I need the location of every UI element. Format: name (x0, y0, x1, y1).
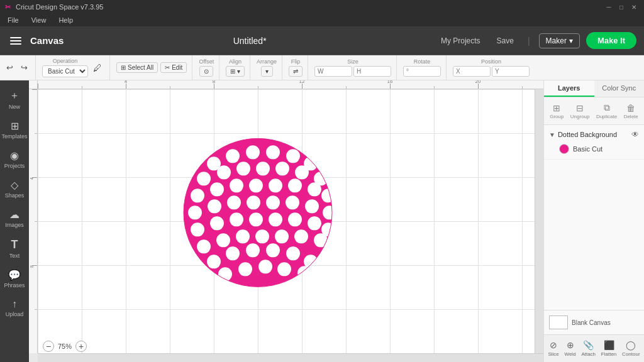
slice-label: Slice (548, 351, 558, 357)
save-button[interactable]: Save (492, 34, 519, 48)
weld-button[interactable]: ⊕ Weld (564, 339, 577, 358)
svg-point-35 (269, 212, 282, 226)
offset-button[interactable]: ⊙ (199, 66, 213, 77)
sidebar-item-upload[interactable]: ↑ Upload (1, 295, 28, 321)
phrases-icon: 💬 (8, 269, 21, 281)
sidebar-item-images[interactable]: ☁ Images (1, 205, 28, 232)
scrollbar-vertical[interactable] (535, 89, 543, 353)
menu-help[interactable]: Help (56, 15, 75, 25)
line-color-button[interactable]: 🖊 (91, 62, 104, 74)
menu-view[interactable]: View (29, 15, 49, 25)
layer-visibility-toggle[interactable]: 👁 (631, 130, 639, 139)
flip-button[interactable]: ⇌ (289, 66, 303, 77)
svg-point-41 (236, 229, 250, 243)
make-it-button[interactable]: Make It (586, 32, 636, 49)
height-input[interactable] (353, 66, 391, 77)
layer-child[interactable]: Basic Cut (554, 141, 639, 156)
separator: | (528, 36, 530, 46)
contour-button[interactable]: ◯ Contour (621, 339, 641, 358)
scrollbar-horizontal[interactable] (38, 353, 543, 362)
weld-label: Weld (565, 351, 576, 357)
slice-icon: ⊘ (550, 340, 557, 350)
window-controls[interactable]: ─ □ ✕ (604, 2, 639, 12)
header-right: My Projects Save | Maker ▾ Make It (436, 32, 636, 49)
undo-button[interactable]: ↩ (4, 62, 16, 74)
tab-color-sync[interactable]: Color Sync (594, 80, 645, 97)
svg-point-48 (246, 243, 260, 257)
tab-layers[interactable]: Layers (544, 80, 594, 97)
layer-color-swatch[interactable] (559, 144, 569, 154)
toolbar-flip-group: Flip ⇌ (289, 55, 308, 80)
svg-point-46 (207, 255, 221, 268)
svg-point-31 (191, 222, 204, 236)
svg-point-26 (247, 195, 260, 209)
edit-button[interactable]: ✂ Edit (160, 62, 187, 73)
design-canvas-element[interactable] (182, 137, 333, 290)
sidebar-item-projects[interactable]: ◉ Projects (1, 146, 28, 173)
menu-file[interactable]: File (5, 15, 21, 25)
delete-button[interactable]: 🗑 Delete (621, 102, 641, 121)
sidebar-item-text[interactable]: T Text (1, 234, 28, 263)
zoom-level: 75% (58, 343, 72, 350)
upload-icon: ↑ (12, 299, 17, 310)
canvas-grid[interactable] (38, 89, 543, 353)
svg-point-39 (197, 239, 211, 253)
sidebar-item-phrases[interactable]: 💬 Phrases (1, 265, 28, 292)
flip-label: Flip (291, 58, 301, 65)
svg-point-13 (295, 165, 309, 179)
svg-point-50 (286, 246, 300, 260)
attach-button[interactable]: 📎 Attach (580, 339, 597, 358)
svg-point-29 (305, 199, 319, 213)
sidebar-item-templates[interactable]: ⊞ Templates (1, 116, 28, 143)
contour-label: Contour (622, 351, 640, 357)
group-icon: ⊞ (553, 103, 560, 113)
rotate-label: Rotate (414, 58, 431, 65)
svg-point-33 (230, 212, 243, 226)
svg-point-55 (277, 262, 291, 276)
maker-dropdown[interactable]: Maker ▾ (539, 33, 580, 48)
layer-header[interactable]: ▼ Dotted Background 👁 (549, 128, 639, 141)
ungroup-button[interactable]: ⊟ Ungroup (568, 102, 592, 121)
flatten-button[interactable]: ⬛ Flatten (600, 339, 618, 358)
svg-point-5 (266, 145, 280, 159)
svg-point-42 (255, 229, 269, 243)
minimize-button[interactable]: ─ (604, 2, 614, 12)
close-button[interactable]: ✕ (629, 2, 639, 12)
restore-button[interactable]: □ (616, 2, 626, 12)
redo-button[interactable]: ↪ (18, 62, 30, 74)
duplicate-button[interactable]: ⧉ Duplicate (594, 101, 619, 121)
width-input[interactable] (314, 66, 352, 77)
align-label: Align (229, 58, 242, 65)
panel-actions: ⊞ Group ⊟ Ungroup ⧉ Duplicate 🗑 Delete (544, 97, 644, 125)
y-input[interactable] (492, 66, 530, 77)
header-center: Untitled* (233, 36, 267, 46)
x-input[interactable] (453, 66, 491, 77)
arrange-button[interactable]: ▾ (261, 66, 273, 77)
svg-point-8 (197, 172, 211, 185)
zoom-in-button[interactable]: + (75, 341, 87, 352)
ruler-horizontal: 48121620242832364044 (38, 80, 543, 89)
select-all-button[interactable]: ⊞ Select All (116, 62, 158, 73)
operation-select[interactable]: Basic Cut (42, 65, 88, 77)
svg-point-19 (269, 178, 282, 192)
undo-icon: ↩ (6, 63, 13, 72)
canvas-area[interactable]: 48121620242832364044 4812162024 (29, 80, 543, 362)
delete-icon: 🗑 (626, 103, 635, 113)
svg-point-36 (288, 212, 302, 226)
group-button[interactable]: ⊞ Group (547, 102, 566, 121)
app-logo: ✂ (5, 3, 11, 11)
svg-point-9 (217, 165, 231, 179)
sidebar-item-new[interactable]: ＋ New (1, 85, 28, 114)
align-button[interactable]: ⊞ ▾ (226, 66, 245, 77)
sidebar-item-shapes[interactable]: ◇ Shapes (1, 175, 28, 202)
my-projects-link[interactable]: My Projects (436, 34, 486, 48)
app-title: Cricut Design Space v7.3.95 (16, 3, 103, 11)
svg-point-45 (314, 233, 328, 247)
hamburger-menu[interactable] (8, 35, 24, 47)
svg-point-17 (230, 178, 243, 192)
dotted-background-svg (182, 137, 333, 288)
slice-button[interactable]: ⊘ Slice (547, 339, 560, 358)
zoom-out-button[interactable]: − (43, 341, 54, 352)
layer-child-name: Basic Cut (573, 145, 602, 153)
rotate-input[interactable] (403, 66, 441, 77)
